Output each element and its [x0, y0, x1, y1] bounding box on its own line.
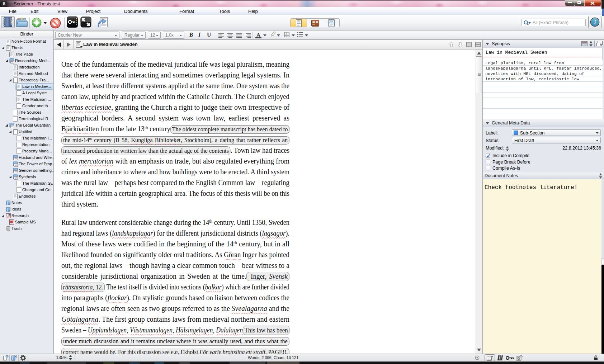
svg-text:*: *	[492, 355, 493, 359]
svg-text:i: i	[594, 19, 596, 25]
